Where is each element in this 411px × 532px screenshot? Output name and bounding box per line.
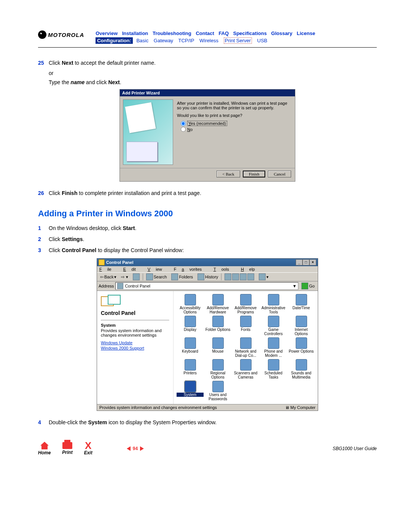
cp-item-add-remove-programs[interactable]: Add/Remove Programs xyxy=(232,294,259,314)
footer-exit-label: Exit xyxy=(84,450,92,455)
option-no[interactable]: No xyxy=(181,127,288,132)
cp-item-date-time[interactable]: Date/Time xyxy=(288,294,315,314)
tb-search[interactable]: Search xyxy=(145,273,169,280)
cp-item-label: Add/Remove Hardware xyxy=(204,306,231,314)
cp-item-mouse[interactable]: Mouse xyxy=(204,337,231,358)
text: Click xyxy=(49,236,62,242)
footer-home-label: Home xyxy=(38,450,51,455)
control-panel-window: Control Panel _ □ × File Edit View Favor… xyxy=(97,258,318,411)
cp-item-fonts[interactable]: Fonts xyxy=(232,316,259,336)
cp-item-power-options[interactable]: Power Options xyxy=(288,337,315,358)
tb-extra-icons[interactable] xyxy=(223,273,256,280)
link-w2k-support[interactable]: Windows 2000 Support xyxy=(101,346,169,350)
footer-print[interactable]: Print xyxy=(62,442,72,455)
go-button[interactable]: Go xyxy=(300,283,316,289)
guide-title: SBG1000 User Guide xyxy=(333,446,377,451)
tb-back[interactable]: ⇦ Back ▾ xyxy=(99,275,118,280)
tb-up[interactable] xyxy=(131,273,141,280)
cp-item-administrative-tools[interactable]: Administrative Tools xyxy=(260,294,287,314)
brand-logo: MOTOROLA xyxy=(38,30,84,39)
cp-menubar: File Edit View Favorites Tools Help xyxy=(97,266,318,272)
footer-home[interactable]: Home xyxy=(38,442,51,455)
option-yes[interactable]: Yes (recommended) xyxy=(181,121,288,126)
prev-page-icon[interactable] xyxy=(127,446,131,451)
nav-tcpip[interactable]: TCP/IP xyxy=(178,38,194,43)
nav-faq[interactable]: FAQ xyxy=(218,30,229,36)
nav-print-server[interactable]: Print Server xyxy=(224,37,252,44)
cp-item-icon xyxy=(240,294,252,305)
step-number: 26 xyxy=(38,189,49,197)
cp-title-icon xyxy=(99,259,105,265)
menu-edit[interactable]: Edit xyxy=(123,267,141,272)
nav-license[interactable]: License xyxy=(297,30,315,36)
minimize-button[interactable]: _ xyxy=(296,259,303,265)
cp-item-sounds-and-multimedia[interactable]: Sounds and Multimedia xyxy=(288,359,315,379)
close-button[interactable]: × xyxy=(309,259,316,265)
back-button[interactable]: < Back xyxy=(217,171,240,177)
cp-item-scheduled-tasks[interactable]: Scheduled Tasks xyxy=(260,359,287,379)
radio-no[interactable] xyxy=(181,127,186,132)
nav-gateway[interactable]: Gateway xyxy=(154,38,173,43)
wizard-illustration xyxy=(123,99,173,165)
step-body: Click Finish to complete printer install… xyxy=(49,189,377,197)
cp-item-network-and-dial-up-co[interactable]: Network and Dial-up Co... xyxy=(232,337,259,358)
cp-item-accessibility-options[interactable]: Accessibility Options xyxy=(177,294,204,314)
cp-item-scanners-and-cameras[interactable]: Scanners and Cameras xyxy=(232,359,259,379)
cancel-button[interactable]: Cancel xyxy=(268,171,291,177)
tb-forward[interactable]: ⇨ ▾ xyxy=(119,275,129,280)
nav-usb[interactable]: USB xyxy=(257,38,268,43)
menu-help[interactable]: Help xyxy=(241,267,260,272)
next-page-icon[interactable] xyxy=(140,446,144,451)
cp-item-internet-options[interactable]: Internet Options xyxy=(288,316,315,336)
cp-item-game-controllers[interactable]: Game Controllers xyxy=(260,316,287,336)
cp-item-display[interactable]: Display xyxy=(177,316,204,336)
text: Click xyxy=(49,190,62,196)
nav-contact[interactable]: Contact xyxy=(196,30,214,36)
menu-file[interactable]: File xyxy=(99,267,117,272)
cp-item-system[interactable]: System xyxy=(177,381,204,401)
footer-exit[interactable]: X Exit xyxy=(84,442,92,455)
cp-item-folder-options[interactable]: Folder Options xyxy=(204,316,231,336)
tb-folders[interactable]: Folders xyxy=(170,273,194,280)
nav-glossary[interactable]: Glossary xyxy=(271,30,293,36)
cp-item-label: Power Options xyxy=(288,349,315,353)
maximize-button[interactable]: □ xyxy=(303,259,309,265)
tool-icon xyxy=(240,273,247,280)
nav-wireless[interactable]: Wireless xyxy=(199,38,218,43)
cp-item-users-and-passwords[interactable]: Users and Passwords xyxy=(204,381,231,401)
top-nav: Overview Installation Troubleshooting Co… xyxy=(96,30,377,43)
add-printer-wizard-dialog: Add Printer Wizard After your printer is… xyxy=(119,89,295,182)
menu-favorites[interactable]: Favorites xyxy=(174,267,207,272)
nav-basic[interactable]: Basic xyxy=(136,38,148,43)
cp-item-printers[interactable]: Printers xyxy=(177,359,204,379)
menu-tools[interactable]: Tools xyxy=(213,267,234,272)
nav-troubleshooting[interactable]: Troubleshooting xyxy=(153,30,191,36)
page-footer: Home Print X Exit 94 SBG1000 User Guide xyxy=(38,442,377,455)
cp-item-keyboard[interactable]: Keyboard xyxy=(177,337,204,358)
steps-continued: 25 Click Next to accept the default prin… xyxy=(38,59,377,85)
cp-sidebar: Control Panel System Provides system inf… xyxy=(97,291,174,404)
tb-history[interactable]: History xyxy=(196,273,220,280)
cp-item-add-remove-hardware[interactable]: Add/Remove Hardware xyxy=(204,294,231,314)
cp-item-icon xyxy=(268,316,279,327)
cp-item-icon xyxy=(296,337,307,349)
section-heading: Adding a Printer in Windows 2000 xyxy=(38,209,377,219)
nav-specifications[interactable]: Specifications xyxy=(233,30,267,36)
home-icon xyxy=(40,442,49,449)
page-header: MOTOROLA Overview Installation Troublesh… xyxy=(38,30,377,48)
opt-no-text: o xyxy=(190,127,193,132)
footer-print-label: Print xyxy=(62,450,72,455)
text-bold: Start xyxy=(123,225,135,231)
link-windows-update[interactable]: Windows Update xyxy=(101,340,169,345)
nav-installation[interactable]: Installation xyxy=(122,30,148,36)
text: and click xyxy=(84,79,108,85)
tb-views[interactable]: ▾ xyxy=(257,273,270,280)
cp-item-regional-options[interactable]: Regional Options xyxy=(204,359,231,379)
address-field[interactable]: Control Panel ▼ xyxy=(115,282,298,290)
radio-yes[interactable] xyxy=(181,121,186,126)
nav-overview[interactable]: Overview xyxy=(96,30,118,36)
step-number: 3 xyxy=(38,246,49,254)
menu-view[interactable]: View xyxy=(148,267,167,272)
cp-item-phone-and-modem[interactable]: Phone and Modem ... xyxy=(260,337,287,358)
finish-button[interactable]: Finish xyxy=(243,171,266,177)
